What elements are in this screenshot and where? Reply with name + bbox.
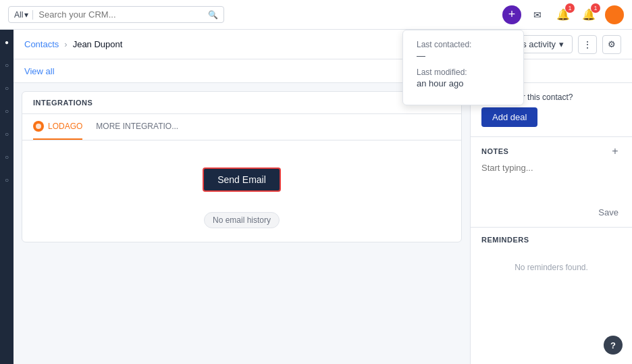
add-deal-button[interactable]: Add deal: [481, 107, 537, 127]
tab-more-label: MORE INTEGRATIO...: [96, 122, 178, 131]
right-panel: Add deal for this contact? Add deal NOTE…: [470, 83, 632, 364]
all-dropdown[interactable]: All ▾: [14, 10, 33, 20]
sales-activity-chevron-icon: ▾: [559, 39, 564, 49]
integrations-tabs: LODAGO MORE INTEGRATIO...: [22, 114, 461, 140]
lodago-logo-icon: [35, 123, 42, 130]
settings-button[interactable]: ⚙: [602, 35, 621, 54]
topbar-right: + ✉ 🔔 1 🔔 1: [502, 5, 624, 24]
last-modified-label: Last modified:: [417, 68, 510, 77]
sidebar-reports-icon[interactable]: ○: [1, 128, 12, 139]
reminders-header: REMINDERS: [481, 236, 621, 244]
tab-more-integrations[interactable]: MORE INTEGRATIO...: [96, 114, 178, 140]
send-email-area: Send Email No email history: [22, 140, 461, 242]
view-all-bar: View all: [14, 59, 632, 83]
avatar[interactable]: [605, 5, 624, 24]
no-email-history-badge: No email history: [204, 212, 280, 228]
tab-lodago-label: LODAGO: [48, 122, 82, 131]
svg-point-0: [36, 124, 41, 129]
no-reminders-text: No reminders found.: [481, 249, 621, 286]
last-modified-row: Last modified: an hour ago: [417, 68, 510, 88]
sidebar-email-icon[interactable]: ○: [1, 174, 12, 185]
sidebar-home-icon[interactable]: ●: [1, 36, 12, 47]
notes-textarea[interactable]: [481, 163, 621, 203]
main-layout: ● ○ ○ ○ ○ ○ ○ Contacts › Jean Dupont ✉ E…: [0, 30, 632, 364]
notes-add-button[interactable]: +: [609, 145, 621, 157]
integrations-section: INTEGRATIONS LODAGO MORE INTEGRATIO...: [22, 91, 462, 242]
breadcrumb-separator: ›: [64, 39, 67, 49]
send-email-button[interactable]: Send Email: [203, 167, 281, 192]
content-area: Contacts › Jean Dupont ✉ Email ⚡ Add sal…: [14, 30, 632, 364]
breadcrumb-bar: Contacts › Jean Dupont ✉ Email ⚡ Add sal…: [14, 30, 632, 59]
add-button[interactable]: +: [502, 5, 521, 24]
split-area: INTEGRATIONS LODAGO MORE INTEGRATIO...: [14, 83, 632, 364]
view-all-link[interactable]: View all: [24, 66, 55, 76]
notifications-bell-button[interactable]: 🔔 1: [554, 5, 573, 24]
last-contacted-value: —: [417, 51, 510, 61]
chevron-down-icon: ▾: [24, 10, 28, 20]
notes-header: NOTES +: [481, 145, 621, 157]
last-modified-value: an hour ago: [417, 78, 510, 88]
sidebar-chat-icon[interactable]: ○: [1, 151, 12, 162]
dropdown-popup: Last contacted: — Last modified: an hour…: [402, 30, 524, 105]
more-options-button[interactable]: ⋮: [578, 35, 597, 54]
left-panel: INTEGRATIONS LODAGO MORE INTEGRATIO...: [14, 83, 470, 364]
sidebar-deals-icon[interactable]: ○: [1, 82, 12, 93]
breadcrumb-contact-name: Jean Dupont: [73, 39, 123, 49]
search-input[interactable]: [38, 9, 204, 20]
last-contacted-label: Last contacted:: [417, 40, 510, 49]
search-icon: 🔍: [208, 10, 218, 20]
help-button[interactable]: ?: [604, 336, 623, 355]
reminders-section: REMINDERS No reminders found.: [471, 228, 632, 294]
topbar: All ▾ 🔍 + ✉ 🔔 1 🔔 1: [0, 0, 632, 30]
integrations-header: INTEGRATIONS: [22, 92, 461, 114]
sidebar-activities-icon[interactable]: ○: [1, 105, 12, 116]
notes-section: NOTES + Save: [471, 137, 632, 228]
tab-lodago[interactable]: LODAGO: [33, 114, 82, 140]
left-sidebar: ● ○ ○ ○ ○ ○ ○: [0, 30, 14, 364]
breadcrumb-contacts[interactable]: Contacts: [24, 39, 59, 49]
lodago-logo: [33, 121, 44, 132]
last-contacted-row: Last contacted: —: [417, 40, 510, 61]
bell-badge: 1: [565, 3, 575, 13]
email-icon-button[interactable]: ✉: [528, 5, 547, 24]
all-label: All: [14, 10, 23, 20]
sidebar-contacts-icon[interactable]: ○: [1, 59, 12, 70]
notes-save-button[interactable]: Save: [596, 206, 621, 219]
alerts-button[interactable]: 🔔 1: [579, 5, 598, 24]
notes-title: NOTES: [481, 147, 508, 155]
alerts-badge: 1: [591, 3, 600, 13]
search-wrapper: All ▾ 🔍: [8, 6, 224, 23]
reminders-title: REMINDERS: [481, 236, 529, 244]
